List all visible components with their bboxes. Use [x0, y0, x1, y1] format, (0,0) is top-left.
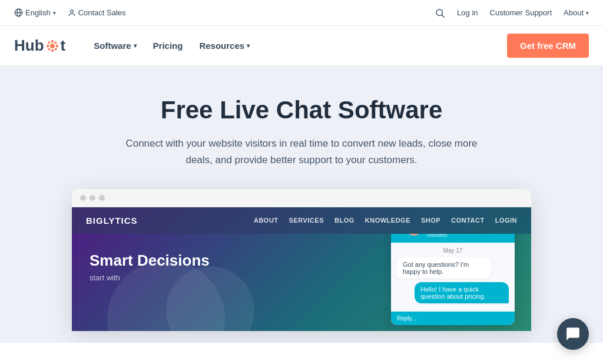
hero-section: Free Live Chat Software Connect with you…: [0, 66, 603, 343]
biglytics-about: ABOUT: [254, 217, 279, 224]
biglytics-brand: BIGLYTICS: [86, 216, 138, 226]
person-icon: [68, 9, 76, 17]
nav-left: Hub t Software ▾: [14, 36, 257, 55]
chat-avatar: 👩: [406, 234, 422, 236]
main-nav: Hub t Software ▾: [0, 26, 603, 66]
chat-date: May 17: [397, 247, 509, 254]
browser-body: BIGLYTICS ABOUT SERVICES BLOG KNOWLEDGE …: [72, 207, 531, 331]
contact-sales-link[interactable]: Contact Sales: [68, 8, 126, 17]
logo-hub: Hub: [14, 37, 44, 55]
about-chevron: ▾: [586, 10, 589, 16]
language-label: English: [25, 8, 51, 17]
chat-bubble-icon: [565, 326, 581, 342]
svg-point-12: [54, 48, 57, 50]
biglytics-shop: SHOP: [421, 217, 440, 224]
software-chevron: ▾: [134, 42, 137, 49]
search-icon[interactable]: [435, 8, 445, 18]
nav-links: Software ▾ Pricing Resources ▾: [87, 36, 257, 55]
about-link[interactable]: About ▾: [564, 8, 589, 17]
contact-sales-label: Contact Sales: [78, 8, 126, 17]
browser-dot-3: [99, 195, 105, 201]
resources-nav-link[interactable]: Resources ▾: [192, 36, 257, 55]
resources-chevron: ▾: [247, 42, 250, 49]
hero-title: Free Live Chat Software: [161, 95, 442, 125]
top-bar-left: English ▾ Contact Sales: [14, 8, 126, 17]
hubspot-sprocket-icon: [45, 38, 60, 54]
svg-point-9: [46, 44, 49, 47]
chat-input-placeholder: Reply...: [397, 315, 509, 322]
biglytics-hero: Smart Decisions start with ‹ 👩 Lisa We t…: [72, 234, 531, 331]
biglytics-nav-links: ABOUT SERVICES BLOG KNOWLEDGE SHOP CONTA…: [254, 217, 517, 224]
svg-point-11: [48, 41, 50, 44]
hubspot-logo[interactable]: Hub t: [14, 37, 65, 55]
hero-subtitle: Connect with your website visitors in re…: [113, 135, 490, 167]
biglytics-nav: BIGLYTICS ABOUT SERVICES BLOG KNOWLEDGE …: [72, 207, 531, 234]
biglytics-services: SERVICES: [289, 217, 324, 224]
svg-point-4: [436, 9, 443, 16]
svg-line-5: [442, 15, 444, 17]
chat-input-row[interactable]: Reply...: [391, 312, 515, 325]
svg-point-10: [55, 44, 58, 47]
chat-bubble-user: Hello! I have a quick question about pri…: [415, 282, 509, 303]
svg-point-13: [54, 41, 57, 44]
biglytics-blog: BLOG: [334, 217, 354, 224]
browser-chrome: [72, 189, 531, 207]
svg-point-7: [51, 39, 54, 42]
chat-agent-status: We typically reply in a few minutes: [427, 234, 508, 238]
biglytics-login: LOGIN: [495, 217, 517, 224]
biglytics-knowledge: KNOWLEDGE: [365, 217, 410, 224]
top-bar: English ▾ Contact Sales Log in Customer …: [0, 0, 603, 26]
svg-point-8: [51, 49, 54, 52]
chat-message-1-row: Got any questions? I'm happy to help.: [397, 257, 509, 279]
svg-point-6: [50, 44, 55, 48]
chat-message-2-row: Hello! I have a quick question about pri…: [397, 282, 509, 303]
svg-point-3: [70, 9, 73, 12]
chat-widget: ‹ 👩 Lisa We typically reply in a few min…: [391, 234, 515, 325]
logo-spot: t: [61, 37, 66, 55]
get-free-crm-button[interactable]: Get free CRM: [507, 34, 589, 58]
chat-header-info: Lisa We typically reply in a few minutes: [427, 234, 508, 238]
browser-dot-1: [80, 195, 86, 201]
software-nav-link[interactable]: Software ▾: [87, 36, 143, 55]
language-selector[interactable]: English ▾: [14, 8, 56, 17]
biglytics-contact: CONTACT: [451, 217, 484, 224]
customer-support-link[interactable]: Customer Support: [490, 8, 552, 17]
svg-point-14: [48, 48, 50, 50]
globe-icon: [14, 8, 23, 17]
chat-header: ‹ 👩 Lisa We typically reply in a few min…: [391, 234, 515, 243]
chat-bubble-agent: Got any questions? I'm happy to help.: [397, 257, 491, 279]
top-bar-right: Log in Customer Support About ▾: [435, 8, 589, 18]
pricing-nav-link[interactable]: Pricing: [146, 36, 190, 55]
chat-body: May 17 Got any questions? I'm happy to h…: [391, 243, 515, 312]
login-link[interactable]: Log in: [457, 8, 478, 17]
browser-dot-2: [90, 195, 95, 201]
browser-mockup: BIGLYTICS ABOUT SERVICES BLOG KNOWLEDGE …: [72, 189, 531, 331]
language-chevron: ▾: [53, 10, 56, 16]
